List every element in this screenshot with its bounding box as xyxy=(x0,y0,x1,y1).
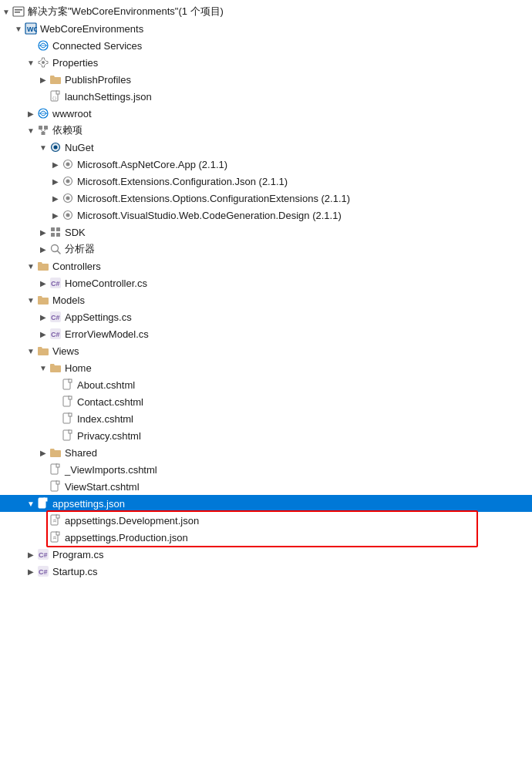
tree-item-index[interactable]: Index.cshtml xyxy=(0,410,532,427)
tree-item-viewimports[interactable]: _ViewImports.cshtml xyxy=(0,461,532,478)
connected-icon xyxy=(37,39,49,52)
tree-item-properties[interactable]: Properties xyxy=(0,54,532,71)
tree-item-models[interactable]: Models xyxy=(0,291,532,308)
tree-item-analyzer[interactable]: 分析器 xyxy=(0,241,532,257)
tree-item-label: launchSettings.json xyxy=(65,91,526,103)
tree-item-privacy[interactable]: Privacy.cshtml xyxy=(0,427,532,444)
tree-item-publishprofiles[interactable]: PublishProfiles xyxy=(0,71,532,88)
expand-arrow[interactable] xyxy=(37,245,49,254)
tree-item-nuget[interactable]: NuGet xyxy=(0,139,532,156)
tree-item-label: appsettings.Production.json xyxy=(65,532,526,543)
tree-item-appsettings[interactable]: appsettings.json xyxy=(0,495,532,512)
tree-item-label: appsettings.json xyxy=(52,498,526,510)
wwwroot-icon xyxy=(37,107,49,119)
cshtml-icon xyxy=(62,379,74,391)
expand-arrow[interactable] xyxy=(37,449,49,457)
svg-rect-51 xyxy=(56,464,59,467)
tree-item-pkg4[interactable]: Microsoft.VisualStudio.Web.CodeGeneratio… xyxy=(0,207,532,224)
expand-arrow[interactable] xyxy=(37,330,49,338)
expand-arrow[interactable] xyxy=(25,109,37,118)
expand-arrow[interactable] xyxy=(49,194,62,203)
expand-arrow[interactable] xyxy=(25,500,37,508)
expand-arrow[interactable] xyxy=(49,177,62,186)
tree-item-label: Program.cs xyxy=(52,549,526,560)
tree-item-appsettings_dev[interactable]: appsettings.Development.json xyxy=(0,512,532,529)
expand-arrow[interactable] xyxy=(25,59,37,67)
svg-rect-2 xyxy=(15,12,20,13)
expand-arrow[interactable] xyxy=(25,347,37,355)
cshtml-icon xyxy=(49,463,62,476)
expand-arrow[interactable] xyxy=(49,211,62,220)
expand-arrow[interactable] xyxy=(25,550,37,559)
expand-arrow[interactable] xyxy=(25,296,37,305)
cs-icon: C# xyxy=(49,328,62,340)
tree-item-label: _ViewImports.cshtml xyxy=(65,464,526,476)
tree-item-views[interactable]: Views xyxy=(0,342,532,359)
tree-item-viewstart[interactable]: ViewStart.cshtml xyxy=(0,478,532,495)
svg-text:C#: C# xyxy=(51,314,60,321)
svg-rect-30 xyxy=(51,227,55,231)
deps-icon xyxy=(37,124,49,136)
tree-item-appsettings_prod[interactable]: appsettings.Production.json xyxy=(0,529,532,546)
appsettings-icon xyxy=(49,531,62,543)
tree-item-startup[interactable]: C#Startup.cs xyxy=(0,563,532,580)
cshtml-icon xyxy=(62,412,74,425)
tree-item-pkg2[interactable]: Microsoft.Extensions.Configuration.Json … xyxy=(0,173,532,190)
package-icon xyxy=(62,209,74,221)
svg-rect-49 xyxy=(69,430,72,433)
package-icon xyxy=(62,192,74,204)
tree-item-about[interactable]: About.cshtml xyxy=(0,376,532,393)
tree-item-label: 分析器 xyxy=(65,242,526,256)
tree-item-pkg3[interactable]: Microsoft.Extensions.Options.Configurati… xyxy=(0,190,532,207)
tree-item-homecontroller[interactable]: C#HomeController.cs xyxy=(0,274,532,291)
svg-rect-33 xyxy=(56,233,60,237)
expand-arrow[interactable] xyxy=(37,76,49,84)
expand-arrow[interactable] xyxy=(37,279,49,288)
expand-arrow[interactable] xyxy=(37,364,49,372)
tree-item-label: wwwroot xyxy=(52,108,526,119)
tree-item-home[interactable]: Home xyxy=(0,359,532,376)
tree-item-label: Privacy.cshtml xyxy=(77,430,526,442)
svg-point-29 xyxy=(66,214,70,217)
tree-item-launchsettings[interactable]: {}launchSettings.json xyxy=(0,88,532,105)
expand-arrow[interactable] xyxy=(0,8,12,16)
tree-item-wwwroot[interactable]: wwwroot xyxy=(0,105,532,122)
svg-rect-16 xyxy=(42,132,45,135)
tree-item-label: Models xyxy=(52,294,526,306)
tree-item-appsettings_model[interactable]: C#AppSettings.cs xyxy=(0,308,532,325)
expand-arrow[interactable] xyxy=(25,262,37,271)
expand-arrow[interactable] xyxy=(37,313,49,321)
cshtml-icon xyxy=(62,395,74,408)
nuget-icon xyxy=(49,141,62,153)
expand-arrow[interactable] xyxy=(37,143,49,152)
appsettings-icon xyxy=(37,497,49,510)
tree-item-label: Contact.cshtml xyxy=(77,396,526,408)
tree-item-deps[interactable]: 依赖项 xyxy=(0,122,532,139)
tree-item-errorviewmodel[interactable]: C#ErrorViewModel.cs xyxy=(0,325,532,342)
svg-text:C#: C# xyxy=(51,280,60,288)
expand-arrow[interactable] xyxy=(12,25,25,33)
tree-item-program[interactable]: C#Program.cs xyxy=(0,546,532,563)
tree-item-contact[interactable]: Contact.cshtml xyxy=(0,393,532,410)
tree-item-project[interactable]: WCWebCoreEnvironments xyxy=(0,20,532,37)
svg-point-8 xyxy=(42,61,45,64)
tree-item-shared[interactable]: Shared xyxy=(0,444,532,461)
svg-rect-47 xyxy=(69,413,72,416)
expand-arrow[interactable] xyxy=(25,126,37,135)
tree-item-label: Index.cshtml xyxy=(77,413,526,425)
tree-item-controllers[interactable]: Controllers xyxy=(0,257,532,274)
svg-point-23 xyxy=(66,163,70,167)
tree-item-label: Views xyxy=(52,345,526,357)
cs-icon: C# xyxy=(37,565,49,577)
expand-arrow[interactable] xyxy=(37,228,49,237)
tree-item-solution[interactable]: 解决方案"WebCoreEnvironments"(1 个项目) xyxy=(0,3,532,20)
svg-rect-57 xyxy=(56,515,59,518)
expand-arrow[interactable] xyxy=(49,160,62,169)
tree-item-label: Microsoft.VisualStudio.Web.CodeGeneratio… xyxy=(77,210,526,221)
expand-arrow[interactable] xyxy=(25,567,37,576)
tree-item-sdk[interactable]: SDK xyxy=(0,224,532,241)
tree-item-connected[interactable]: Connected Services xyxy=(0,37,532,54)
tree-item-pkg1[interactable]: Microsoft.AspNetCore.App (2.1.1) xyxy=(0,156,532,173)
tree-item-label: About.cshtml xyxy=(77,379,526,391)
tree-item-label: Connected Services xyxy=(52,40,526,52)
